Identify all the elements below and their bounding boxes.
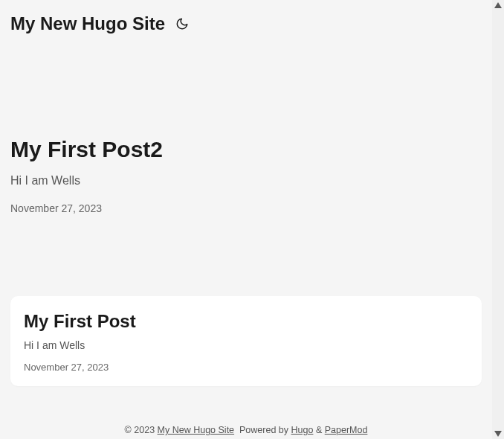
scroll-up-arrow-icon[interactable] <box>494 2 502 8</box>
post-card-summary: Hi I am Wells <box>24 339 468 351</box>
site-footer: © 2023 My New Hugo Site Powered by Hugo … <box>0 408 492 439</box>
post-card-date: November 27, 2023 <box>24 362 468 373</box>
copyright-prefix: © 2023 <box>125 425 158 435</box>
post-card-title: My First Post <box>24 311 468 332</box>
site-title-link[interactable]: My New Hugo Site <box>10 13 165 34</box>
ampersand: & <box>313 425 324 435</box>
featured-post[interactable]: My First Post2 Hi I am Wells November 27… <box>10 48 482 244</box>
moon-icon <box>175 17 189 31</box>
hugo-link[interactable]: Hugo <box>291 425 314 435</box>
main-content: My First Post2 Hi I am Wells November 27… <box>0 48 492 386</box>
page-wrapper: My New Hugo Site My First Post2 Hi I am … <box>0 0 492 439</box>
featured-post-title: My First Post2 <box>10 137 482 162</box>
powered-prefix: Powered by <box>239 425 291 435</box>
featured-post-date: November 27, 2023 <box>10 202 482 214</box>
site-header: My New Hugo Site <box>0 0 492 48</box>
scrollbar-track[interactable] <box>492 0 504 439</box>
theme-toggle-button[interactable] <box>174 16 190 32</box>
papermod-link[interactable]: PaperMod <box>325 425 368 435</box>
footer-site-link[interactable]: My New Hugo Site <box>158 425 235 435</box>
post-card[interactable]: My First Post Hi I am Wells November 27,… <box>10 296 482 386</box>
scroll-down-arrow-icon[interactable] <box>494 431 502 437</box>
featured-post-summary: Hi I am Wells <box>10 174 482 188</box>
footer-separator <box>234 425 239 435</box>
